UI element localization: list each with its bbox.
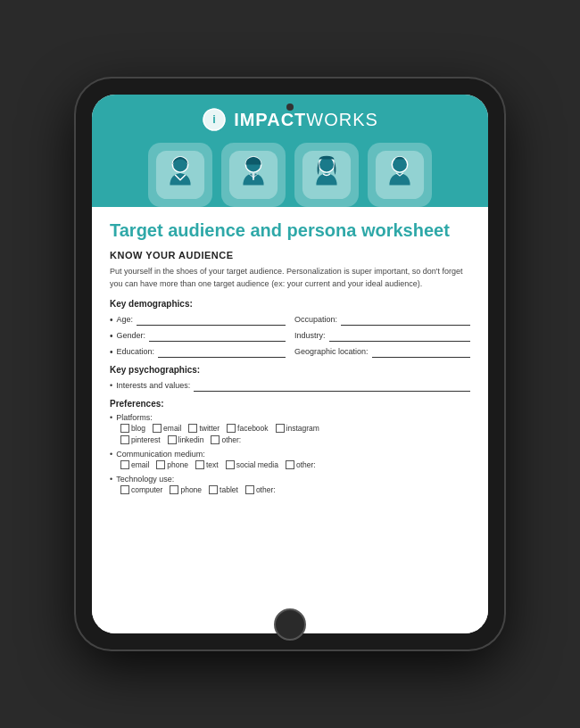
- tablet-screen: i IMPACT WORKS: [92, 95, 488, 633]
- checkbox-comm-text[interactable]: text: [195, 460, 219, 469]
- checkbox-tech-other[interactable]: other:: [245, 485, 276, 494]
- persona-icon-3: [294, 143, 359, 207]
- intro-text: Put yourself in the shoes of your target…: [110, 266, 470, 290]
- section-heading: KNOW YOUR AUDIENCE: [110, 250, 470, 261]
- checkbox-social-media[interactable]: social media: [226, 460, 278, 469]
- checkbox-comm-phone[interactable]: phone: [156, 460, 188, 469]
- platforms-section: • Platforms: blog email twitter: [110, 413, 470, 444]
- demographics-grid: • Age: Occupation: • Gender: Industry:: [110, 313, 470, 358]
- checkbox-platform-other[interactable]: other:: [211, 435, 241, 444]
- platform-checkboxes-row2: pinterest linkedin other:: [110, 435, 470, 444]
- persona-icon-2: [221, 143, 286, 207]
- checkbox-tablet[interactable]: tablet: [209, 485, 238, 494]
- checkbox-facebook[interactable]: facebook: [227, 424, 269, 433]
- gender-field: • Gender:: [110, 329, 286, 342]
- checkbox-tech-phone[interactable]: phone: [170, 485, 202, 494]
- tablet-device: i IMPACT WORKS: [76, 79, 504, 649]
- education-field: • Education:: [110, 345, 286, 358]
- checkbox-twitter[interactable]: twitter: [188, 424, 220, 433]
- persona-icon-4: [368, 143, 432, 207]
- logo-works: WORKS: [306, 110, 378, 130]
- psychographics-label: Key psychographics:: [110, 365, 470, 375]
- age-field: • Age:: [110, 313, 286, 326]
- interests-row: • Interests and values:: [110, 379, 470, 392]
- checkbox-comm-email[interactable]: email: [120, 460, 149, 469]
- checkbox-linkedin[interactable]: linkedin: [168, 435, 204, 444]
- technology-section: • Technology use: computer phone tablet: [110, 475, 470, 494]
- checkbox-computer[interactable]: computer: [120, 485, 162, 494]
- tablet-camera: [286, 103, 294, 111]
- checkbox-pinterest[interactable]: pinterest: [120, 435, 161, 444]
- occupation-field: Occupation:: [294, 313, 470, 326]
- worksheet-title: Target audience and persona worksheet: [110, 219, 470, 241]
- impactworks-logo-icon: i: [202, 107, 227, 132]
- personas-row: [110, 143, 470, 207]
- checkbox-instagram[interactable]: instagram: [276, 424, 319, 433]
- preferences-label: Preferences:: [110, 399, 470, 409]
- persona-icon-1: [148, 143, 212, 207]
- logo-impact: IMPACT: [234, 110, 306, 130]
- platform-checkboxes: blog email twitter facebook: [110, 424, 470, 433]
- worksheet-content: Target audience and persona worksheet KN…: [92, 207, 488, 633]
- tech-checkboxes: computer phone tablet other:: [110, 485, 470, 494]
- demographics-label: Key demographics:: [110, 299, 470, 309]
- communication-checkboxes: email phone text social media: [110, 460, 470, 469]
- geo-field: Geographic location:: [294, 345, 470, 358]
- tablet-home-button[interactable]: [274, 608, 306, 641]
- logo-row: i IMPACT WORKS: [110, 107, 470, 132]
- industry-field: Industry:: [294, 329, 470, 342]
- checkbox-email[interactable]: email: [153, 424, 181, 433]
- svg-text:i: i: [212, 113, 216, 126]
- checkbox-blog[interactable]: blog: [120, 424, 145, 433]
- app-header: i IMPACT WORKS: [92, 95, 488, 207]
- communication-section: • Communication medium: email phone text: [110, 450, 470, 469]
- checkbox-comm-other[interactable]: other:: [286, 460, 316, 469]
